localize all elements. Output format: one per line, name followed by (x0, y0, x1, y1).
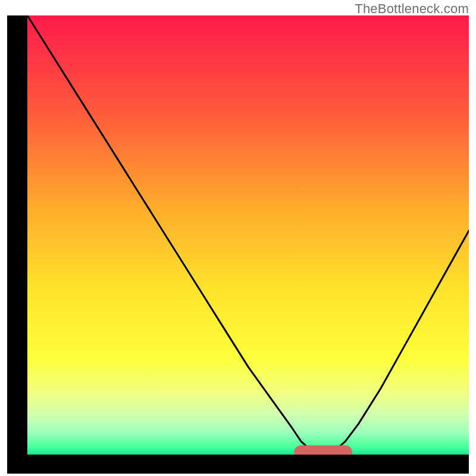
chart-background-gradient (27, 15, 469, 455)
bottleneck-chart-svg (27, 15, 469, 455)
chart-plot-area (27, 15, 469, 455)
watermark-text: TheBottleneck.com (355, 1, 469, 17)
chart-frame (7, 15, 469, 474)
